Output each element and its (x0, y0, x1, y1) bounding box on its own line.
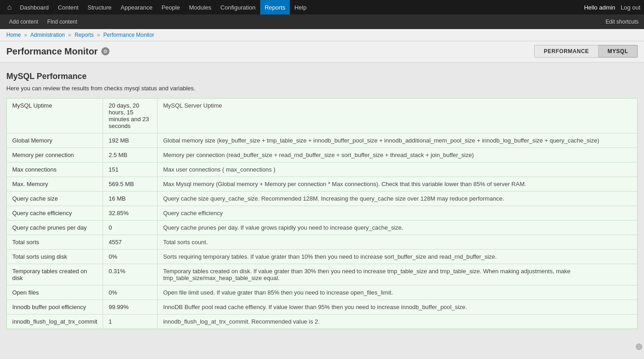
metric-value: 0.31% (103, 264, 158, 285)
nav-item-configuration[interactable]: Configuration (216, 0, 260, 15)
table-row: Query cache prunes per day0Query cache p… (7, 221, 638, 235)
metric-name: Open files (7, 285, 103, 300)
breadcrumb-home[interactable]: Home (6, 32, 21, 38)
metric-name: Memory per connection (7, 148, 103, 162)
section-title: MySQL Performance (6, 72, 638, 81)
metric-name: innodb_flush_log_at_trx_commit (7, 315, 103, 329)
table-row: Global Memory192 MBGlobal memory size (k… (7, 133, 638, 148)
metric-description: MySQL Server Uptime (158, 98, 638, 133)
metric-value: 151 (103, 162, 158, 177)
metric-value: 1 (103, 315, 158, 329)
metric-name: Global Memory (7, 133, 103, 148)
metric-description: Query cache size query_cache_size. Recom… (158, 192, 638, 206)
tab-buttons: PERFORMANCE MYSQL (534, 45, 638, 58)
breadcrumb-sep-2: » (68, 32, 71, 38)
table-row: Innodb buffer pool efficiency99.99%InnoD… (7, 300, 638, 315)
nav-item-structure[interactable]: Structure (83, 0, 116, 15)
metric-description: innodb_flush_log_at_trx_commit. Recommen… (158, 315, 638, 329)
section-description: Here you can review the results from che… (6, 85, 638, 92)
table-row: Total sorts4557Total sorts count. (7, 235, 638, 250)
shortcuts-bar: Add content Find content Edit shortcuts (0, 15, 644, 29)
top-navigation: ⌂ Dashboard Content Structure Appearance… (0, 0, 644, 15)
metric-description: InnoDB Buffer pool read cache effiency. … (158, 300, 638, 315)
metric-value: 569.5 MB (103, 177, 158, 192)
hello-text: Hello admin (584, 4, 615, 11)
metric-value: 2.5 MB (103, 148, 158, 162)
nav-item-appearance[interactable]: Appearance (116, 0, 157, 15)
table-row: Query cache efficiency32.85%Query cache … (7, 206, 638, 221)
table-row: Max connections151Max user connections (… (7, 162, 638, 177)
table-row: Query cache size16 MBQuery cache size qu… (7, 192, 638, 206)
table-row: innodb_flush_log_at_trx_commit1innodb_fl… (7, 315, 638, 329)
metric-description: Open file limit used. If value grater th… (158, 285, 638, 300)
metric-value: 192 MB (103, 133, 158, 148)
metric-description: Temporary tables created on disk. If val… (158, 264, 638, 285)
metric-value: 0 (103, 221, 158, 235)
nav-item-modules[interactable]: Modules (184, 0, 216, 15)
performance-table: MySQL Uptime20 days, 20 hours, 15 minute… (6, 98, 638, 329)
tab-mysql[interactable]: MYSQL (599, 45, 638, 58)
tab-performance[interactable]: PERFORMANCE (534, 45, 599, 58)
metric-description: Max Mysql memory (Global memory + Memory… (158, 177, 638, 192)
nav-item-help[interactable]: Help (290, 0, 311, 15)
table-row: Temporary tables created on disk0.31%Tem… (7, 264, 638, 285)
metric-value: 0% (103, 285, 158, 300)
metric-value: 0% (103, 250, 158, 264)
settings-gear-icon[interactable]: ⚙ (101, 47, 109, 55)
logout-link[interactable]: Log out (621, 4, 640, 11)
table-row: Memory per connection2.5 MBMemory per co… (7, 148, 638, 162)
edit-shortcuts-link[interactable]: Edit shortcuts (605, 19, 639, 25)
metric-value: 4557 (103, 235, 158, 250)
nav-item-people[interactable]: People (157, 0, 184, 15)
breadcrumb-reports[interactable]: Reports (74, 32, 94, 38)
main-content: MySQL Performance Here you can review th… (0, 63, 644, 338)
home-nav-icon[interactable]: ⌂ (4, 0, 15, 15)
metric-description: Query cache prunes per day. If value gro… (158, 221, 638, 235)
nav-item-dashboard[interactable]: Dashboard (15, 0, 54, 15)
metric-name: MySQL Uptime (7, 98, 103, 133)
page-title-area: Performance Monitor ⚙ (6, 46, 109, 57)
metric-value: 99.99% (103, 300, 158, 315)
table-row: MySQL Uptime20 days, 20 hours, 15 minute… (7, 98, 638, 133)
metric-name: Total sorts (7, 235, 103, 250)
metric-name: Innodb buffer pool efficiency (7, 300, 103, 315)
shortcut-add-content[interactable]: Add content (5, 17, 42, 27)
metric-value: 32.85% (103, 206, 158, 221)
metric-description: Global memory size (key_buffer_size + tm… (158, 133, 638, 148)
metric-name: Total sorts using disk (7, 250, 103, 264)
table-row: Max. Memory569.5 MBMax Mysql memory (Glo… (7, 177, 638, 192)
page-title: Performance Monitor (6, 46, 98, 57)
page-header: Performance Monitor ⚙ PERFORMANCE MYSQL (0, 41, 644, 63)
table-row: Total sorts using disk0%Sorts requiring … (7, 250, 638, 264)
table-row: Open files0%Open file limit used. If val… (7, 285, 638, 300)
metric-name: Temporary tables created on disk (7, 264, 103, 285)
metric-description: Query cache efficiency (158, 206, 638, 221)
metric-description: Sorts requiring temporary tables. If val… (158, 250, 638, 264)
shortcut-find-content[interactable]: Find content (44, 17, 81, 27)
nav-item-reports[interactable]: Reports (260, 0, 290, 15)
metric-description: Max user connections ( max_connections ) (158, 162, 638, 177)
breadcrumb-performance-monitor[interactable]: Performance Monitor (104, 32, 154, 38)
metric-value: 20 days, 20 hours, 15 minutes and 23 sec… (103, 98, 158, 133)
breadcrumb-sep-1: » (24, 32, 27, 38)
metric-name: Max. Memory (7, 177, 103, 192)
metric-name: Query cache efficiency (7, 206, 103, 221)
metric-description: Memory per connection (read_buffer_size … (158, 148, 638, 162)
metric-name: Query cache prunes per day (7, 221, 103, 235)
breadcrumb: Home » Administration » Reports » Perfor… (0, 29, 644, 41)
breadcrumb-sep-3: » (97, 32, 100, 38)
breadcrumb-administration[interactable]: Administration (30, 32, 65, 38)
metric-name: Query cache size (7, 192, 103, 206)
nav-item-content[interactable]: Content (53, 0, 83, 15)
metric-value: 16 MB (103, 192, 158, 206)
metric-description: Total sorts count. (158, 235, 638, 250)
metric-name: Max connections (7, 162, 103, 177)
